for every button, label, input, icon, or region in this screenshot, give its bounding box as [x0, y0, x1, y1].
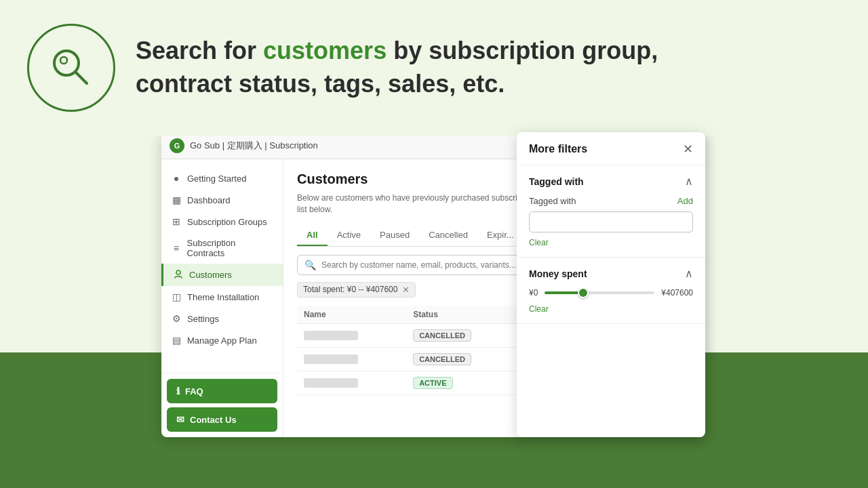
sidebar-item-label-settings: Settings	[187, 314, 219, 324]
sidebar-item-label-subscription-contracts: Subscription Contracts	[187, 238, 273, 258]
filter-chip-label: Total spent: ¥0 -- ¥407600	[303, 285, 397, 294]
more-filters-title: More filters	[529, 143, 587, 155]
sidebar-item-label-getting-started: Getting Started	[187, 174, 246, 184]
money-spent-header: Money spent ∧	[529, 267, 693, 280]
settings-icon: ⚙	[171, 313, 182, 324]
subscription-groups-icon: ⊞	[171, 216, 182, 227]
faq-icon: ℹ	[176, 386, 180, 396]
status-badge-active: ACTIVE	[413, 377, 452, 389]
slider-max-label: ¥407600	[661, 288, 693, 298]
sidebar-item-manage-app-plan[interactable]: ▤ Manage App Plan	[161, 329, 283, 351]
manage-app-plan-icon: ▤	[171, 335, 182, 346]
cell-name	[297, 371, 406, 394]
slider-thumb[interactable]	[578, 287, 589, 298]
cell-name	[297, 323, 406, 347]
svg-line-1	[75, 72, 87, 83]
sidebar-item-customers[interactable]: Customers	[161, 264, 283, 286]
slider-track[interactable]	[545, 291, 654, 294]
tagged-with-input[interactable]	[529, 211, 693, 232]
svg-point-2	[60, 57, 67, 64]
sidebar-item-settings[interactable]: ⚙ Settings	[161, 308, 283, 329]
cell-status: CANCELLED	[406, 323, 522, 347]
money-spent-section: Money spent ∧ ¥0 ¥407600 Clear	[517, 258, 705, 324]
hero-section: Search for customers by subscription gro…	[0, 0, 868, 136]
tagged-with-section: Tagged with ∧ Tagged with Add Clear	[517, 165, 705, 258]
col-header-name: Name	[297, 306, 406, 324]
sidebar-item-label-subscription-groups: Subscription Groups	[187, 217, 267, 227]
contact-icon: ✉	[176, 414, 184, 425]
col-header-status: Status	[406, 306, 522, 324]
tagged-with-header: Tagged with ∧	[529, 175, 693, 188]
sidebar-item-subscription-groups[interactable]: ⊞ Subscription Groups	[161, 211, 283, 232]
more-filters-header: More filters ✕	[517, 132, 705, 165]
cell-status: CANCELLED	[406, 347, 522, 371]
tagged-with-label-row: Tagged with Add	[529, 196, 693, 206]
tagged-with-chevron[interactable]: ∧	[685, 175, 693, 188]
hero-subtitle: contract status, tags, sales, etc.	[136, 68, 658, 101]
slider-min-label: ¥0	[529, 288, 538, 298]
sidebar-item-theme-installation[interactable]: ◫ Theme Installation	[161, 286, 283, 308]
customers-icon	[173, 269, 184, 281]
getting-started-icon: ●	[171, 173, 182, 184]
sidebar-item-label-customers: Customers	[189, 270, 232, 280]
tab-active[interactable]: Active	[328, 225, 370, 246]
magnifier-icon	[47, 44, 95, 92]
more-filters-close-button[interactable]: ✕	[683, 143, 693, 155]
tagged-with-clear-button[interactable]: Clear	[529, 238, 693, 247]
more-filters-panel: More filters ✕ Tagged with ∧ Tagged with…	[517, 132, 705, 437]
contact-label: Contact Us	[190, 415, 237, 425]
faq-label: FAQ	[185, 386, 203, 396]
theme-installation-icon: ◫	[171, 291, 182, 302]
hero-title-search: Search for	[136, 37, 263, 64]
dashboard-icon: ▦	[171, 195, 182, 205]
svg-point-3	[176, 270, 180, 274]
tagged-with-label: Tagged with	[529, 196, 576, 206]
money-spent-clear-button[interactable]: Clear	[529, 304, 693, 314]
sidebar: ● Getting Started ▦ Dashboard ⊞ Subscrip…	[161, 159, 283, 437]
cell-status: ACTIVE	[406, 371, 522, 394]
money-spent-title: Money spent	[529, 268, 587, 279]
filter-chip-remove[interactable]: ✕	[402, 285, 410, 295]
contact-us-button[interactable]: ✉ Contact Us	[167, 407, 277, 432]
sidebar-actions: ℹ FAQ ✉ Contact Us	[161, 373, 283, 437]
cell-name	[297, 347, 406, 371]
faq-button[interactable]: ℹ FAQ	[167, 379, 277, 403]
sidebar-item-subscription-contracts[interactable]: ≡ Subscription Contracts	[161, 232, 283, 264]
hero-title-customers: customers	[263, 37, 387, 64]
status-badge-cancelled: CANCELLED	[413, 353, 471, 365]
status-badge-cancelled: CANCELLED	[413, 329, 471, 342]
hero-text: Search for customers by subscription gro…	[136, 35, 658, 100]
sidebar-item-getting-started[interactable]: ● Getting Started	[161, 167, 283, 189]
search-bar-icon: 🔍	[304, 260, 316, 270]
search-icon-circle	[27, 24, 115, 112]
sidebar-item-label-manage-app-plan: Manage App Plan	[187, 336, 257, 346]
tagged-with-title: Tagged with	[529, 176, 584, 187]
sidebar-nav: ● Getting Started ▦ Dashboard ⊞ Subscrip…	[161, 159, 283, 373]
tagged-with-add-button[interactable]: Add	[677, 196, 693, 206]
tab-cancelled[interactable]: Cancelled	[419, 225, 477, 246]
tab-paused[interactable]: Paused	[370, 225, 419, 246]
brand-icon: G	[170, 138, 184, 153]
subscription-contracts-icon: ≡	[171, 243, 182, 253]
sidebar-item-dashboard[interactable]: ▦ Dashboard	[161, 189, 283, 211]
sidebar-item-label-dashboard: Dashboard	[187, 195, 231, 205]
hero-title-rest: by subscription group,	[387, 37, 658, 64]
title-bar-text: Go Sub | 定期購入 | Subscription	[190, 140, 318, 152]
money-spent-chevron[interactable]: ∧	[685, 267, 693, 280]
tab-all[interactable]: All	[297, 225, 328, 246]
sidebar-item-label-theme-installation: Theme Installation	[187, 292, 259, 302]
money-spent-slider-row: ¥0 ¥407600	[529, 288, 693, 298]
filter-chip-total-spent: Total spent: ¥0 -- ¥407600 ✕	[297, 282, 416, 298]
